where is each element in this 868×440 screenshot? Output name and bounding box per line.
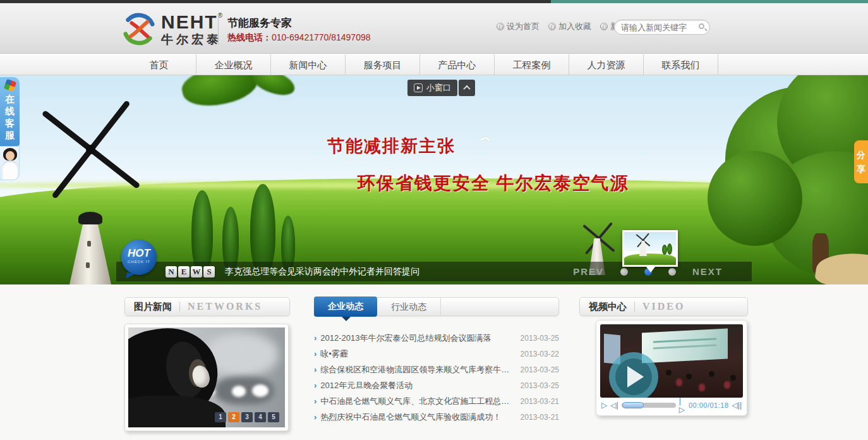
nav-item-news[interactable]: 新闻中心 bbox=[271, 54, 346, 75]
news-letter-blocks: N E W S bbox=[166, 266, 215, 278]
photo-pagination: 1 2 3 4 5 bbox=[215, 412, 279, 422]
volume-icon[interactable]: ◁|| bbox=[732, 401, 742, 410]
hot-badge[interactable]: HOT CHECK IT bbox=[121, 240, 157, 275]
news-row: › 综合保税区和空港物流园区领导来顺义气库考察牛尔宏泰 2013-03-25 bbox=[314, 362, 559, 377]
page-number-4[interactable]: 4 bbox=[255, 412, 266, 422]
nav-item-home[interactable]: 首页 bbox=[122, 54, 196, 75]
projection-screen bbox=[642, 328, 728, 363]
foliage-decor bbox=[249, 75, 298, 99]
video-progress-bar[interactable] bbox=[622, 403, 676, 408]
video-player-card: ▷ ◁| |▷ 00:00/01:18 ◁|| bbox=[596, 320, 747, 416]
video-step-forward-icon[interactable]: |▷ bbox=[679, 396, 685, 414]
news-link[interactable]: 2012-2013年牛尔宏泰公司总结规划会议圆满落 bbox=[320, 333, 491, 344]
news-search-box bbox=[614, 20, 710, 35]
carousel-prev-button[interactable]: PREV bbox=[573, 266, 604, 277]
video-time: 00:00/01:18 bbox=[689, 401, 729, 409]
online-service-tab[interactable]: 在线客服 bbox=[0, 77, 20, 180]
ticker-headline-link[interactable]: 李克强总理等会见采访两会的中外记者并回答提问 bbox=[225, 266, 419, 278]
video-title-cn: 视频中心 bbox=[589, 301, 627, 313]
agent-face bbox=[6, 151, 15, 161]
video-play-icon[interactable]: ▷ bbox=[601, 401, 607, 410]
nav-item-products[interactable]: 产品中心 bbox=[420, 54, 495, 75]
news-letter: N bbox=[166, 266, 177, 278]
news-link[interactable]: 2012年元旦晚会聚餐活动 bbox=[320, 380, 413, 391]
news-row: › 咏•雾霾 2013-03-22 bbox=[314, 346, 559, 362]
nav-item-company[interactable]: 企业概况 bbox=[196, 54, 271, 75]
thumbnail-tree bbox=[667, 243, 672, 255]
page-number-1[interactable]: 1 bbox=[215, 412, 226, 422]
big-tree bbox=[708, 151, 802, 246]
carousel-thumbnail-preview[interactable] bbox=[622, 230, 678, 267]
mini-window-button[interactable]: 小窗口 bbox=[407, 80, 457, 96]
windmill-window bbox=[86, 262, 90, 268]
site-logo[interactable]: NEHT® 牛尔宏泰 bbox=[122, 12, 222, 46]
add-favorite-link[interactable]: 加入收藏 bbox=[548, 21, 591, 32]
news-row: › 热烈庆祝中石油昆仑燃气顺义气库验收圆满成功！ 2013-03-21 bbox=[314, 409, 559, 425]
nav-item-services[interactable]: 服务项目 bbox=[346, 54, 420, 75]
share-tab[interactable]: 分享 bbox=[854, 140, 868, 183]
carousel-dot[interactable] bbox=[620, 268, 628, 276]
search-icon[interactable] bbox=[699, 23, 704, 29]
logo-text: NEHT® 牛尔宏泰 bbox=[161, 13, 222, 46]
page-number-3[interactable]: 3 bbox=[241, 412, 253, 422]
audience-seat bbox=[699, 384, 705, 391]
audience-seat bbox=[676, 379, 682, 386]
news-link[interactable]: 中石油昆仑燃气顺义气库、北京文化宫施工工程总结交流 bbox=[320, 396, 510, 407]
news-link[interactable]: 热烈庆祝中石油昆仑燃气顺义气库验收圆满成功！ bbox=[320, 412, 501, 423]
news-date: 2013-03-25 bbox=[521, 334, 559, 343]
nav-item-cases[interactable]: 工程案例 bbox=[495, 54, 569, 75]
page: NEHT® 牛尔宏泰 节能服务专家 热线电话：010-69421770/8149… bbox=[0, 0, 868, 440]
carousel-next-button[interactable]: NEXT bbox=[692, 266, 723, 277]
collapse-button[interactable] bbox=[459, 80, 475, 96]
brand-name-en: NEHT bbox=[161, 11, 218, 32]
mini-window-label: 小窗口 bbox=[426, 82, 451, 94]
news-date: 2013-03-25 bbox=[521, 381, 559, 390]
video-thumbnail[interactable] bbox=[600, 324, 743, 398]
logo-swirl-icon bbox=[122, 12, 156, 46]
tab-company-news[interactable]: 企业动态 bbox=[314, 296, 377, 317]
carousel-dot[interactable] bbox=[668, 268, 676, 276]
pinwheel-icon bbox=[3, 79, 16, 92]
share-label: 分享 bbox=[857, 148, 866, 176]
arrow-bullet-icon: › bbox=[314, 381, 316, 390]
nav-item-hr[interactable]: 人力资源 bbox=[569, 54, 644, 75]
arrow-bullet-icon: › bbox=[314, 333, 316, 343]
quick-link-label: 加入收藏 bbox=[558, 21, 591, 32]
news-date: 2013-03-25 bbox=[521, 365, 559, 374]
video-play-button[interactable] bbox=[609, 352, 658, 398]
thumbnail-pointer bbox=[646, 267, 655, 272]
thumbnail-tree bbox=[662, 245, 667, 255]
windmill-window bbox=[87, 241, 91, 247]
set-homepage-link[interactable]: 设为首页 bbox=[497, 21, 539, 32]
news-link[interactable]: 咏•雾霾 bbox=[320, 348, 348, 360]
tab-industry-news[interactable]: 行业动态 bbox=[377, 297, 441, 316]
agent-body bbox=[2, 161, 18, 180]
quick-link-label: 设为首页 bbox=[507, 21, 539, 32]
page-number-2-active[interactable]: 2 bbox=[228, 412, 239, 422]
news-link[interactable]: 综合保税区和空港物流园区领导来顺义气库考察牛尔宏泰 bbox=[320, 364, 510, 376]
news-letter: E bbox=[178, 266, 190, 278]
chevron-up-icon bbox=[463, 85, 470, 92]
progress-knob[interactable] bbox=[622, 402, 644, 408]
news-date: 2013-03-21 bbox=[521, 397, 559, 406]
hot-badge-text: HOT bbox=[121, 247, 157, 260]
content-section: 图片新闻 NETWORKS 1 2 3 4 5 bbox=[0, 284, 868, 440]
hotline-label: 热线电话： bbox=[227, 32, 272, 42]
photo-news-card[interactable]: 1 2 3 4 5 bbox=[124, 324, 289, 431]
audience-head bbox=[686, 374, 692, 379]
header-divider bbox=[179, 302, 180, 312]
nav-item-contact[interactable]: 联系我们 bbox=[644, 54, 718, 75]
news-row: › 中石油昆仑燃气顺义气库、北京文化宫施工工程总结交流 2013-03-21 bbox=[314, 393, 559, 409]
photo-news-header: 图片新闻 NETWORKS bbox=[124, 297, 290, 316]
globe-icon bbox=[548, 23, 556, 30]
news-list: › 2012-2013年牛尔宏泰公司总结规划会议圆满落 2013-03-25 ›… bbox=[314, 330, 559, 425]
search-input[interactable] bbox=[621, 21, 694, 34]
nav-items: 首页 企业概况 新闻中心 服务项目 产品中心 工程案例 人力资源 联系我们 bbox=[122, 54, 721, 75]
video-step-back-icon[interactable]: ◁| bbox=[610, 401, 618, 410]
play-square-icon bbox=[414, 83, 423, 92]
site-header: NEHT® 牛尔宏泰 节能服务专家 热线电话：010-69421770/8149… bbox=[0, 3, 868, 54]
foliage-decor bbox=[179, 75, 260, 112]
page-number-5[interactable]: 5 bbox=[268, 412, 279, 422]
headlight bbox=[232, 386, 246, 397]
news-row: › 2012-2013年牛尔宏泰公司总结规划会议圆满落 2013-03-25 bbox=[314, 330, 559, 346]
